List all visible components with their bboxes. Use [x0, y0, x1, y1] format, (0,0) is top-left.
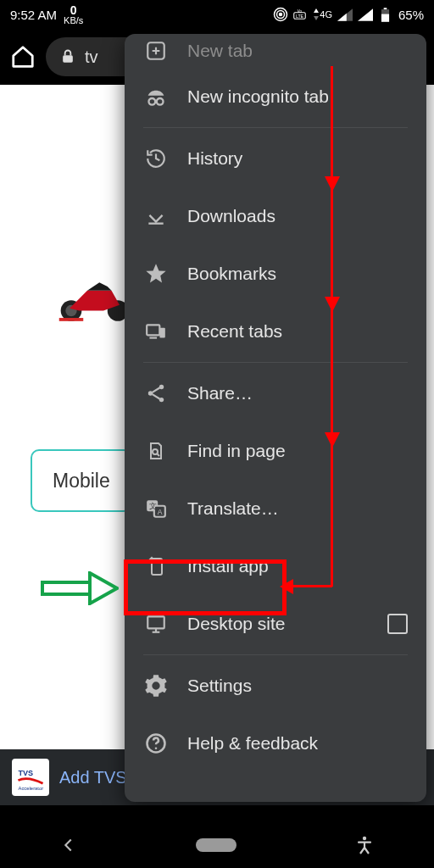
- svg-point-57: [155, 748, 158, 750]
- overflow-menu: New tabNew incognito tabHistoryDownloads…: [125, 34, 426, 802]
- system-nav-bar: [0, 822, 434, 868]
- desktop-site-checkbox[interactable]: [387, 614, 408, 634]
- svg-line-44: [153, 394, 160, 398]
- svg-text:Accelerator: Accelerator: [18, 786, 43, 791]
- menu-item-history[interactable]: History: [125, 130, 426, 187]
- devices-icon: [143, 319, 169, 344]
- menu-item-help[interactable]: Help & feedback: [125, 715, 426, 772]
- signal-2-icon: [358, 7, 373, 22]
- hotspot-icon: [273, 7, 288, 22]
- svg-line-46: [157, 453, 159, 456]
- menu-item-downloads[interactable]: Downloads: [125, 187, 426, 245]
- menu-item-share[interactable]: Share…: [125, 364, 426, 422]
- menu-item-install[interactable]: Install app: [125, 537, 426, 595]
- menu-item-label: New tab: [187, 41, 253, 61]
- menu-separator: [143, 654, 408, 655]
- product-image: [55, 263, 136, 326]
- clock: 9:52 AM: [10, 8, 57, 22]
- svg-rect-39: [159, 328, 165, 338]
- menu-item-label: Install app: [187, 556, 269, 576]
- menu-item-label: Recent tabs: [187, 321, 282, 342]
- history-icon: [143, 146, 169, 171]
- svg-rect-13: [381, 14, 389, 21]
- home-gesture-pill[interactable]: [196, 838, 236, 852]
- menu-item-label: Downloads: [187, 206, 275, 226]
- menu-item-label: Desktop site: [187, 614, 286, 634]
- menu-item-label: New incognito tab: [187, 86, 329, 107]
- status-bar: 9:52 AM 0 KB/s LTEVo 4G: [0, 0, 434, 29]
- menu-separator: [143, 362, 408, 363]
- url-text: tv: [85, 47, 98, 67]
- svg-line-27: [360, 848, 364, 854]
- menu-item-label: Find in page: [187, 441, 286, 461]
- svg-text:Vo: Vo: [298, 9, 303, 14]
- svg-point-45: [153, 449, 158, 454]
- svg-rect-18: [59, 318, 84, 321]
- svg-rect-37: [147, 325, 159, 335]
- svg-line-43: [153, 388, 160, 392]
- menu-item-label: Share…: [187, 383, 253, 403]
- svg-marker-9: [337, 13, 347, 20]
- svg-marker-7: [314, 16, 319, 20]
- page-search-icon: [143, 438, 169, 464]
- menu-item-label: Translate…: [187, 498, 279, 519]
- svg-rect-51: [152, 559, 162, 575]
- help-circle-icon: [143, 731, 169, 756]
- battery-icon: [378, 7, 393, 22]
- pwa-app-icon: TVSAccelerator: [12, 759, 49, 796]
- translate-icon: 文A: [143, 496, 169, 521]
- svg-point-24: [363, 837, 366, 840]
- menu-item-label: Bookmarks: [187, 264, 276, 284]
- network-type: 4G: [314, 8, 332, 20]
- download-underline-icon: [143, 203, 169, 229]
- svg-text:A: A: [158, 508, 163, 516]
- menu-item-recent-tabs[interactable]: Recent tabs: [125, 303, 426, 360]
- svg-rect-11: [384, 8, 387, 9]
- svg-marker-10: [358, 8, 373, 20]
- svg-text:TVS: TVS: [18, 769, 33, 777]
- menu-item-translate[interactable]: 文ATranslate…: [125, 480, 426, 537]
- menu-item-label: History: [187, 148, 242, 169]
- svg-marker-6: [314, 8, 319, 13]
- monitor-icon: [143, 611, 169, 637]
- menu-item-bookmarks[interactable]: Bookmarks: [125, 245, 426, 303]
- svg-text:文: 文: [149, 502, 157, 510]
- svg-rect-53: [147, 616, 164, 628]
- menu-item-label: Settings: [187, 676, 252, 696]
- annotation-arrowhead-icon: [280, 579, 293, 594]
- pwa-banner-label: Add TVS: [59, 768, 127, 787]
- menu-item-new-tab[interactable]: New tab: [125, 34, 426, 68]
- category-button-mobile[interactable]: Mobile: [31, 449, 132, 512]
- plus-box-icon: [143, 38, 169, 64]
- screen: 9:52 AM 0 KB/s LTEVo 4G: [0, 0, 434, 868]
- gear-icon: [143, 673, 169, 698]
- svg-text:LTE: LTE: [296, 14, 304, 19]
- menu-item-label: Help & feedback: [187, 733, 318, 754]
- menu-item-find[interactable]: Find in page: [125, 422, 426, 480]
- accessibility-button[interactable]: [354, 835, 375, 855]
- share-icon: [143, 381, 169, 406]
- menu-separator: [143, 127, 408, 128]
- star-icon: [143, 261, 169, 287]
- back-button[interactable]: [59, 836, 78, 854]
- menu-item-desktop-site[interactable]: Desktop site: [125, 595, 426, 653]
- svg-marker-36: [146, 264, 165, 282]
- annotation-red-line: [287, 585, 332, 587]
- svg-point-32: [148, 98, 155, 105]
- menu-item-settings[interactable]: Settings: [125, 657, 426, 715]
- battery-percent: 65%: [398, 8, 424, 22]
- network-speed: 0 KB/s: [64, 4, 83, 25]
- incognito-icon: [143, 84, 169, 109]
- menu-item-incognito[interactable]: New incognito tab: [125, 68, 426, 125]
- volte-icon: LTEVo: [293, 7, 309, 22]
- home-icon[interactable]: [10, 44, 36, 70]
- install-icon: [143, 554, 169, 579]
- svg-point-0: [280, 14, 282, 16]
- lock-icon: [59, 48, 76, 65]
- signal-1-icon: [337, 7, 353, 22]
- svg-line-28: [364, 848, 369, 854]
- svg-rect-14: [63, 55, 73, 62]
- svg-point-33: [157, 98, 164, 105]
